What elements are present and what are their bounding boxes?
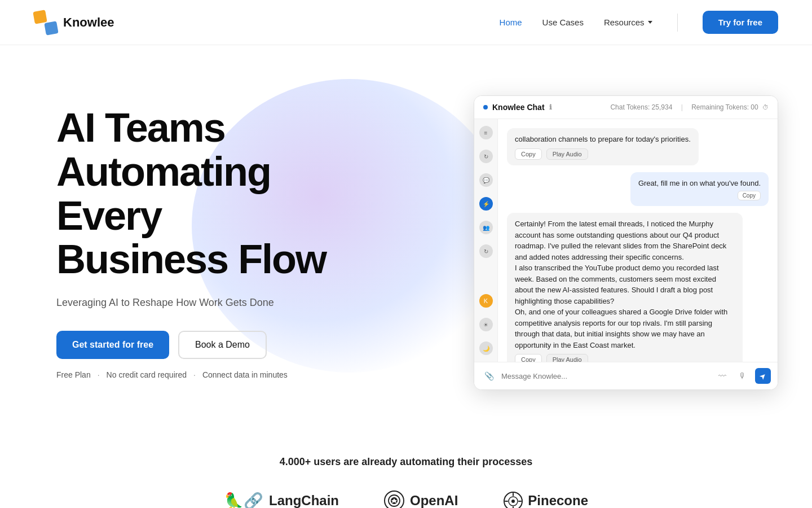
message-3-text: Certainly! From the latest email threads… [515, 220, 727, 349]
logo-orange-square [33, 10, 47, 24]
sidebar-icon-3[interactable]: 💬 [479, 173, 493, 187]
pinecone-icon [503, 491, 522, 508]
header-divider: | [681, 103, 683, 111]
message-3: Certainly! From the latest email threads… [507, 213, 743, 362]
chat-header: Knowlee Chat ℹ Chat Tokens: 25,934 | Rem… [474, 96, 778, 119]
sidebar-icon-theme[interactable]: ☀ [479, 318, 493, 331]
sidebar-icon-dark[interactable]: 🌙 [479, 341, 493, 355]
logo-langchain: 🦜🔗 LangChain [224, 492, 339, 509]
sidebar-icon-5[interactable]: 👥 [479, 221, 493, 234]
logo-blue-square [44, 21, 58, 35]
nav-divider [677, 14, 678, 32]
sidebar-icon-6[interactable]: ↻ [479, 244, 493, 258]
message-1-actions: Copy Play Audio [515, 148, 691, 160]
hero-left: AI Teams Automating Every Business Flow … [56, 106, 383, 379]
msg-3-copy-btn[interactable]: Copy [515, 354, 542, 362]
logos-row: 🦜🔗 LangChain OpenAI [34, 491, 778, 508]
msg-1-copy-btn[interactable]: Copy [515, 148, 542, 160]
chat-tokens: Chat Tokens: 25,934 [610, 103, 672, 111]
message-2: Great, fill me in on what you've found. … [630, 172, 769, 207]
hero-buttons: Get started for free Book a Demo [56, 331, 383, 359]
openai-icon [384, 491, 404, 508]
chat-window: Knowlee Chat ℹ Chat Tokens: 25,934 | Rem… [474, 95, 778, 390]
logo-openai: OpenAI [384, 491, 458, 508]
sidebar-icon-avatar[interactable]: K [479, 294, 493, 308]
msg-1-audio-btn[interactable]: Play Audio [546, 148, 588, 160]
chat-input-area: 📎 〰 🎙 ➤ [474, 362, 778, 389]
langchain-label: LangChain [269, 493, 339, 508]
send-button[interactable]: ➤ [755, 368, 771, 384]
chat-body: ≡ ↻ 💬 ⚡ 👥 ↻ K ☀ 🌙 collaboration channels… [474, 119, 778, 362]
hero-title-line2: Automating Every [56, 149, 271, 238]
try-for-free-button[interactable]: Try for free [703, 11, 778, 34]
hero-section: AI Teams Automating Every Business Flow … [0, 45, 812, 429]
openai-svg [387, 494, 401, 507]
badge-no-credit-card: No credit card required [107, 370, 187, 379]
send-arrow-icon: ➤ [757, 370, 769, 382]
msg-3-audio-btn[interactable]: Play Audio [546, 354, 588, 362]
sidebar-icon-1[interactable]: ≡ [479, 126, 493, 139]
svg-point-0 [389, 495, 400, 506]
nav-resources-label: Resources [604, 17, 645, 27]
social-proof-section: 4.000+ users are already automating thei… [0, 429, 812, 508]
audio-wave-icon[interactable]: 〰 [714, 368, 730, 384]
message-1-text: collaboration channels to prepare for to… [515, 135, 691, 143]
hero-title-line3: Business Flow [56, 237, 326, 282]
nav-use-cases[interactable]: Use Cases [542, 17, 584, 27]
msg-2-copy-btn[interactable]: Copy [738, 191, 761, 200]
logo-link[interactable]: Knowlee [34, 11, 114, 34]
svg-point-3 [511, 500, 515, 503]
badge-free-plan: Free Plan [56, 370, 91, 379]
chevron-down-icon [648, 21, 652, 24]
chat-input-field[interactable] [501, 372, 710, 380]
social-proof-title: 4.000+ users are already automating thei… [34, 456, 778, 468]
message-2-text: Great, fill me in on what you've found. [638, 179, 761, 187]
pinecone-label: Pinecone [528, 493, 588, 508]
chat-header-left: Knowlee Chat ℹ [483, 103, 552, 112]
book-demo-button[interactable]: Book a Demo [178, 331, 267, 359]
clock-icon: ⏱ [762, 104, 769, 111]
hero-title: AI Teams Automating Every Business Flow [56, 106, 383, 282]
chat-remaining: Remaining Tokens: 00 [691, 103, 758, 111]
chat-sidebar: ≡ ↻ 💬 ⚡ 👥 ↻ K ☀ 🌙 [474, 119, 498, 362]
openai-label: OpenAI [410, 493, 458, 508]
chat-messages: collaboration channels to prepare for to… [498, 119, 778, 362]
sidebar-icon-2[interactable]: ↻ [479, 150, 493, 163]
chat-title: Knowlee Chat [492, 103, 545, 112]
hero-title-line1: AI Teams [56, 105, 225, 150]
badge-connect-data: Connect data in minutes [202, 370, 288, 379]
chat-status-dot [483, 105, 488, 110]
nav-links: Home Use Cases Resources Try for free [500, 11, 778, 34]
logo-pinecone: Pinecone [503, 491, 588, 508]
chat-info-icon: ℹ [549, 103, 552, 111]
pinecone-svg [503, 491, 523, 508]
message-3-actions: Copy Play Audio [515, 354, 735, 362]
hero-right: Knowlee Chat ℹ Chat Tokens: 25,934 | Rem… [474, 95, 778, 390]
get-started-button[interactable]: Get started for free [56, 331, 169, 359]
dot-separator-1: · [98, 370, 100, 379]
hero-subtitle: Leveraging AI to Reshape How Work Gets D… [56, 295, 383, 310]
chat-header-info: Chat Tokens: 25,934 | Remaining Tokens: … [610, 103, 769, 111]
sidebar-icon-4-active[interactable]: ⚡ [479, 197, 493, 211]
logo-icon [34, 11, 58, 34]
navbar: Knowlee Home Use Cases Resources Try for… [0, 0, 812, 45]
langchain-icon: 🦜🔗 [224, 492, 263, 509]
message-1: collaboration channels to prepare for to… [507, 128, 699, 165]
nav-resources[interactable]: Resources [604, 17, 652, 27]
nav-home[interactable]: Home [500, 17, 522, 27]
hero-badges: Free Plan · No credit card required · Co… [56, 370, 383, 379]
dot-separator-2: · [193, 370, 196, 379]
attachment-icon[interactable]: 📎 [481, 368, 497, 384]
mic-icon[interactable]: 🎙 [735, 368, 751, 384]
logo-text: Knowlee [63, 15, 114, 30]
